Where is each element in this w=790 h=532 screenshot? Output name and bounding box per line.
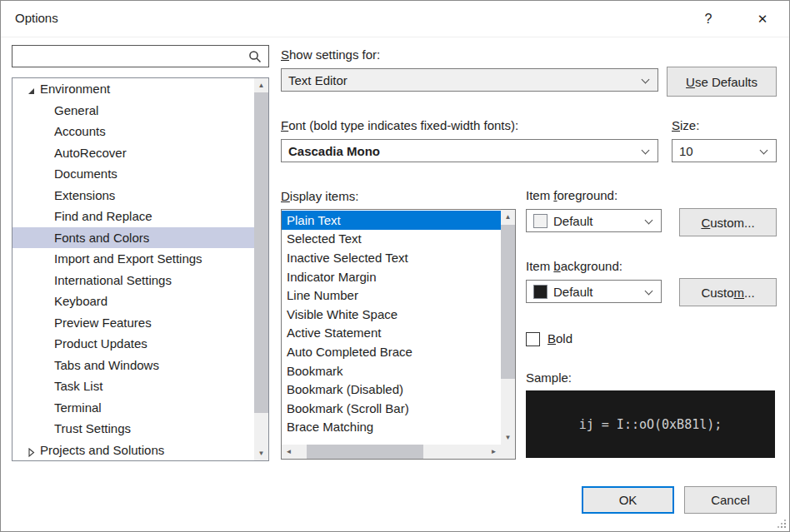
tree-item-label: Tabs and Windows: [54, 358, 159, 372]
tree-scrollbar[interactable]: ▲ ▼: [254, 78, 268, 460]
display-item-label: Plain Text: [287, 213, 341, 227]
tree-item[interactable]: Tabs and Windows: [12, 355, 254, 376]
display-item[interactable]: Inactive Selected Text: [282, 248, 501, 267]
bold-label: Bold: [548, 331, 572, 346]
scroll-down-icon[interactable]: ▼: [254, 446, 268, 460]
ok-button[interactable]: OK: [582, 486, 674, 514]
custom-background-button[interactable]: Custom...: [679, 278, 777, 306]
tree-item[interactable]: Preview Features: [12, 312, 254, 334]
tree-item-label: Preview Features: [54, 316, 152, 330]
display-item[interactable]: Plain Text: [282, 211, 501, 230]
display-item-label: Selected Text: [287, 231, 362, 246]
tree-item[interactable]: Import and Export Settings: [12, 248, 254, 270]
display-items-rows: Plain Text Selected Text Inactive Select…: [282, 211, 501, 445]
tree-item-label: Import and Export Settings: [54, 251, 202, 266]
tree-item-label: Product Updates: [54, 336, 148, 351]
tree-item-label: Extensions: [54, 188, 115, 202]
expand-icon[interactable]: [27, 445, 36, 455]
search-input[interactable]: [12, 45, 269, 67]
tree-item-label: Find and Replace: [54, 209, 152, 223]
close-button[interactable]: ✕: [744, 1, 781, 37]
display-item[interactable]: Line Number: [282, 286, 501, 305]
tree-item[interactable]: Trust Settings: [12, 418, 254, 440]
scroll-up-icon[interactable]: ▲: [501, 210, 515, 224]
scroll-left-icon[interactable]: ◄: [282, 445, 296, 459]
cancel-button[interactable]: Cancel: [684, 486, 777, 514]
display-item[interactable]: Bookmark (Scroll Bar): [282, 399, 501, 418]
sample-text: ij = I::oO(0xB81l);: [579, 417, 722, 432]
tree-item[interactable]: Extensions: [12, 185, 254, 206]
background-value: Default: [553, 285, 593, 299]
show-settings-value: Text Editor: [288, 73, 348, 87]
item-background-label: Item background:: [526, 259, 622, 273]
scroll-up-icon[interactable]: ▲: [254, 78, 268, 92]
custom-foreground-button[interactable]: Custom...: [679, 208, 777, 236]
search-icon[interactable]: [248, 50, 262, 63]
scroll-down-icon[interactable]: ▼: [501, 430, 515, 445]
size-label: Size:: [672, 118, 699, 132]
display-item-label: Brace Matching: [287, 420, 373, 434]
titlebar: Options ? ✕: [1, 1, 789, 37]
tree-item[interactable]: Fonts and Colors: [12, 227, 254, 249]
item-background-select[interactable]: Default: [526, 280, 662, 303]
display-item-label: Line Number: [287, 288, 358, 302]
resize-grip-icon[interactable]: [777, 519, 787, 529]
scroll-right-icon[interactable]: ►: [487, 445, 501, 459]
display-item-label: Visible White Space: [287, 307, 398, 321]
display-item[interactable]: Selected Text: [282, 230, 501, 249]
tree-item[interactable]: General: [12, 100, 254, 122]
tree-item-label: AutoRecover: [54, 146, 127, 160]
help-button[interactable]: ?: [690, 1, 727, 37]
use-defaults-button[interactable]: Use Defaults: [667, 67, 777, 97]
tree-item[interactable]: Terminal: [12, 397, 254, 419]
display-items-label: Display items:: [281, 189, 358, 203]
background-color-swatch: [533, 285, 548, 299]
tree-item-label: Documents: [54, 167, 118, 181]
tree-scrollbar-thumb[interactable]: [254, 92, 268, 413]
list-scrollbar-thumb[interactable]: [501, 225, 515, 379]
tree-item[interactable]: International Settings: [12, 270, 254, 291]
display-item[interactable]: Active Statement: [282, 324, 501, 343]
options-dialog: Options ? ✕ Environment General: [0, 0, 790, 532]
tree-item[interactable]: Find and Replace: [12, 206, 254, 227]
tree-item-label: Keyboard: [54, 294, 108, 308]
bold-checkbox[interactable]: [526, 332, 540, 346]
settings-tree: Environment General Accounts AutoRecover: [12, 77, 269, 461]
tree-item-projects-and-solutions[interactable]: Projects and Solutions: [12, 440, 254, 461]
display-item-label: Bookmark: [287, 364, 343, 378]
list-horizontal-scrollbar[interactable]: ◄ ►: [282, 445, 501, 459]
tree-item-environment[interactable]: Environment: [12, 78, 254, 100]
item-foreground-select[interactable]: Default: [526, 209, 662, 232]
collapse-icon[interactable]: [27, 84, 36, 93]
display-item[interactable]: Bookmark (Disabled): [282, 380, 501, 399]
font-select[interactable]: Cascadia Mono: [281, 139, 658, 162]
display-item-label: Auto Completed Brace: [287, 345, 412, 359]
tree-item[interactable]: Product Updates: [12, 333, 254, 355]
display-item[interactable]: Brace Matching: [282, 418, 501, 437]
tree-item-label: General: [54, 103, 98, 117]
display-item[interactable]: Visible White Space: [282, 305, 501, 324]
tree-item[interactable]: Task List: [12, 375, 254, 397]
list-vertical-scrollbar[interactable]: ▲ ▼: [501, 210, 515, 445]
tree-item-label: Accounts: [54, 124, 106, 138]
tree-item[interactable]: Keyboard: [12, 291, 254, 312]
display-item[interactable]: Indicator Margin: [282, 267, 501, 286]
display-items-list: Plain Text Selected Text Inactive Select…: [281, 209, 516, 460]
tree-item-label: Task List: [54, 379, 102, 393]
font-value: Cascadia Mono: [288, 144, 380, 158]
font-label: Font (bold type indicates fixed-width fo…: [281, 118, 518, 132]
tree-item[interactable]: AutoRecover: [12, 142, 254, 164]
display-item[interactable]: Auto Completed Brace: [282, 342, 501, 361]
tree-item-label: Projects and Solutions: [40, 443, 164, 457]
display-item[interactable]: Bookmark: [282, 361, 501, 380]
display-item-label: Inactive Selected Text: [287, 251, 408, 265]
tree-item-label: Terminal: [54, 400, 102, 415]
tree-item[interactable]: Accounts: [12, 121, 254, 142]
show-settings-select[interactable]: Text Editor: [281, 68, 658, 92]
size-select[interactable]: 10: [672, 139, 777, 162]
tree-item[interactable]: Documents: [12, 163, 254, 185]
hscroll-thumb[interactable]: [307, 445, 423, 459]
display-item-label: Indicator Margin: [287, 270, 377, 284]
sample-preview: ij = I::oO(0xB81l);: [526, 390, 775, 458]
chevron-down-icon: [645, 216, 653, 225]
